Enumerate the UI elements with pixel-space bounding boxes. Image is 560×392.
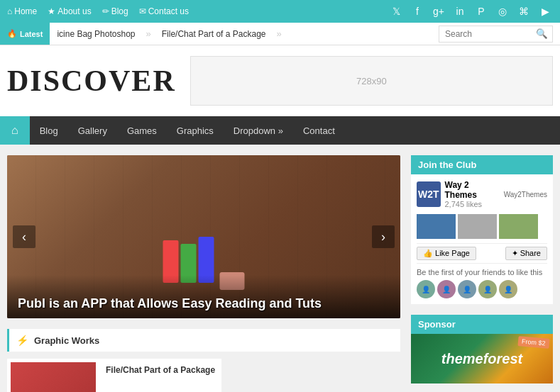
fb-themes-label: Way2Themes [504,191,547,198]
nav-gallery[interactable]: Gallery [68,116,117,145]
instagram-link[interactable]: ◎ [495,4,510,19]
fb-avatar-5: 👤 [499,280,517,298]
home-icon: ⌂ [7,6,12,16]
slider-next-button[interactable]: › [372,225,395,248]
search-input[interactable] [439,28,532,40]
fb-actions: 👍 Like Page ✦ Share [417,243,547,264]
nav-contact[interactable]: Contact [293,116,345,145]
fb-widget-body: W2T Way 2 Themes 2,745 likes Way2Themes … [411,174,553,304]
fb-page-details: Way 2 Themes 2,745 likes [445,180,500,208]
site-header: DISCOVER 728x90 [0,45,560,116]
slider-title: Publ is an APP that Allows Easy Reading … [18,296,390,311]
join-club-widget: Join the Club W2T Way 2 Themes 2,745 lik… [411,155,553,304]
articles-row: File/Chat Part of a Package [7,359,400,392]
fb-like-button[interactable]: 👍 Like Page [417,247,476,260]
fb-avatar-1: 👤 [417,280,435,298]
article-info-1: File/Chat Part of a Package [103,362,218,392]
fb-avatar-4: 👤 [478,280,497,298]
section-title: Graphic Works [34,335,99,346]
content-wrapper: Publ is an APP that Allows Easy Reading … [0,145,560,392]
ticker-item-1[interactable]: icine Bag Photoshop [57,29,135,39]
fb-avatar-2: 👤 [437,280,456,298]
linkedin-link[interactable]: in [452,4,468,19]
ticker-arrow-1: » [146,28,151,39]
fb-thumb-2 [458,214,497,239]
star-icon: ★ [48,6,55,16]
facebook-link[interactable]: f [410,4,425,19]
ticker-item-2[interactable]: File/Chat Part of a Package [162,29,266,39]
nav-blog[interactable]: Blog [30,116,68,145]
ticker-label: 🔥 Latest [0,23,50,45]
fb-friends-text: Be the first of your friends to like thi… [417,268,547,276]
flame-icon: 🔥 [7,29,17,38]
fb-thumb-3 [499,214,538,239]
fb-screenshots [417,214,547,239]
ticker-arrow-2: » [276,28,281,39]
sponsor-badge: From $2 [518,336,550,349]
nav-blog[interactable]: ✏ Blog [102,6,128,16]
fb-logo: W2T [417,181,441,207]
googleplus-link[interactable]: g+ [431,4,446,19]
featured-slider: Publ is an APP that Allows Easy Reading … [7,155,400,318]
nav-home[interactable]: ⌂ Home [7,6,37,16]
header-ad: 728x90 [190,56,553,106]
article-title-1[interactable]: File/Chat Part of a Package [106,365,215,375]
search-button[interactable]: 🔍 [532,27,552,40]
site-logo: DISCOVER [7,64,176,98]
fb-page-info: W2T Way 2 Themes 2,745 likes Way2Themes [417,180,547,208]
main-navigation: ⌂ Blog Gallery Games Graphics Dropdown »… [0,116,560,145]
pencil-icon: ✏ [102,6,109,16]
search-icon: 🔍 [536,28,548,39]
sponsor-widget-header: Sponsor [411,315,553,334]
fb-likes-count: 2,745 likes [445,200,500,208]
slider-prev-button[interactable]: ‹ [13,225,35,248]
search-bar: 🔍 [439,26,553,43]
nav-dropdown[interactable]: Dropdown » [224,116,293,145]
top-bar: ⌂ Home ★ About us ✏ Blog ✉ Contact us 𝕏 … [0,0,560,23]
fb-share-button[interactable]: ✦ Share [505,247,547,260]
nav-graphics[interactable]: Graphics [167,116,224,145]
nav-about[interactable]: ★ About us [48,6,91,16]
top-nav: ⌂ Home ★ About us ✏ Blog ✉ Contact us [7,6,189,16]
nav-games[interactable]: Games [117,116,167,145]
lightning-icon: ⚡ [16,335,28,346]
youtube-link[interactable]: ▶ [537,4,553,19]
sidebar: Join the Club W2T Way 2 Themes 2,745 lik… [411,155,553,392]
fb-page-name: Way 2 Themes [445,180,500,200]
fb-thumb-1 [417,214,456,239]
sponsor-widget: Sponsor themeforest From $2 [411,315,553,383]
club-widget-header: Join the Club [411,155,553,174]
main-content: Publ is an APP that Allows Easy Reading … [7,155,400,392]
sponsor-image[interactable]: themeforest From $2 [411,334,553,383]
sponsor-text: themeforest [441,351,522,367]
envelope-icon: ✉ [139,6,146,16]
slider-content: Publ is an APP that Allows Easy Reading … [7,275,400,318]
ticker-bar: 🔥 Latest icine Bag Photoshop » File/Chat… [0,23,560,45]
graphic-works-header: ⚡ Graphic Works [7,329,400,352]
article-card-1: File/Chat Part of a Package [7,359,221,392]
rss-link[interactable]: ⌘ [516,4,532,19]
social-links: 𝕏 f g+ in P ◎ ⌘ ▶ [388,4,553,19]
pinterest-link[interactable]: P [473,4,489,19]
nav-home-icon[interactable]: ⌂ [0,116,30,145]
article-thumbnail-1 [11,362,96,392]
fb-avatars: 👤 👤 👤 👤 👤 [417,280,547,298]
nav-contact[interactable]: ✉ Contact us [139,6,189,16]
fb-avatar-3: 👤 [458,280,476,298]
twitter-link[interactable]: 𝕏 [388,4,404,19]
ticker-content: icine Bag Photoshop » File/Chat Part of … [50,28,439,39]
